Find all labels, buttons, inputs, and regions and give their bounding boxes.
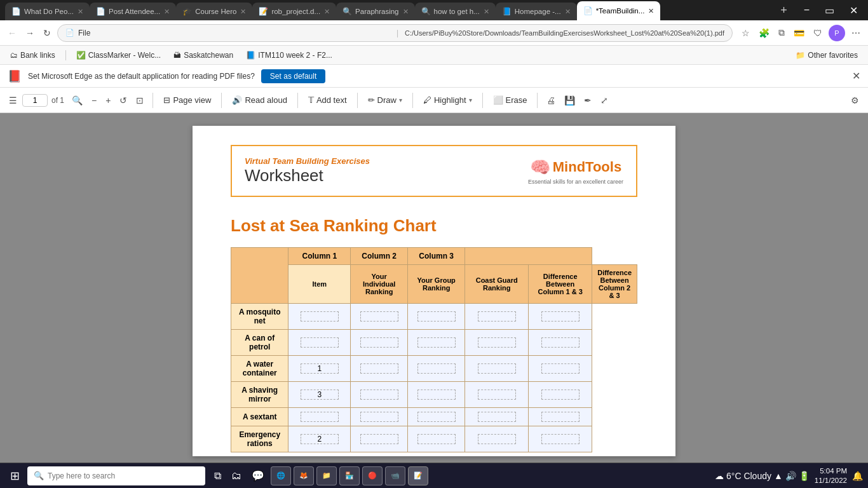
- erase-button[interactable]: ⬜ Erase: [488, 93, 532, 107]
- browser-tab-7[interactable]: 📘 Homepage -... ✕: [496, 3, 577, 20]
- browser-tab-1[interactable]: 📄 What Do Peo... ✕: [5, 3, 90, 20]
- page-number-input[interactable]: 1: [22, 94, 48, 107]
- diff2-cell[interactable]: [529, 356, 592, 382]
- taskbar-app-red[interactable]: 🔴: [362, 466, 383, 485]
- col2-input[interactable]: [360, 434, 398, 444]
- diff2-input[interactable]: [541, 311, 580, 322]
- tab-close-button[interactable]: ✕: [240, 8, 246, 16]
- taskbar-app-firefox[interactable]: 🦊: [294, 466, 314, 485]
- back-button[interactable]: ←: [5, 25, 19, 41]
- taskbar-clock[interactable]: 5:04 PM 11/1/2022: [815, 466, 847, 485]
- tab-close-button[interactable]: ✕: [648, 7, 654, 15]
- start-button[interactable]: ⊞: [5, 466, 25, 485]
- wallet-button[interactable]: 💳: [791, 25, 807, 41]
- diff1-input[interactable]: [478, 337, 516, 348]
- col2-input[interactable]: [360, 337, 398, 348]
- rotate-button[interactable]: ↺: [116, 93, 131, 108]
- taskbar-search-box[interactable]: 🔍: [27, 466, 205, 485]
- fit-button[interactable]: ⊡: [132, 93, 147, 108]
- col3-input[interactable]: [417, 434, 456, 444]
- set-as-default-button[interactable]: Set as default: [261, 69, 325, 83]
- read-aloud-button[interactable]: 🔊 Read aloud: [227, 93, 292, 107]
- taskbar-app-zoom[interactable]: 📹: [385, 466, 405, 485]
- col3-cell[interactable]: [408, 356, 465, 382]
- diff2-cell[interactable]: [529, 426, 592, 452]
- print-button[interactable]: 🖨: [543, 93, 559, 108]
- col1-cell[interactable]: [288, 356, 351, 382]
- tab-close-button[interactable]: ✕: [484, 8, 489, 16]
- new-tab-button[interactable]: +: [776, 4, 791, 17]
- col2-cell[interactable]: [351, 330, 408, 356]
- col1-input[interactable]: [301, 412, 339, 422]
- col2-input[interactable]: [360, 390, 398, 400]
- browser-tab-8[interactable]: 📄 *TeamBuildin... ✕: [577, 1, 661, 20]
- forward-button[interactable]: →: [23, 25, 37, 41]
- diff2-input[interactable]: [541, 434, 580, 444]
- diff2-cell[interactable]: [529, 408, 592, 426]
- col3-cell[interactable]: [408, 382, 465, 408]
- chat-button[interactable]: 💬: [248, 467, 268, 484]
- battery-icon[interactable]: 🔋: [799, 471, 810, 481]
- bookmark-other-favorites[interactable]: 📁 Other favorites: [790, 50, 863, 61]
- col1-cell[interactable]: [288, 426, 351, 452]
- col3-cell[interactable]: [408, 304, 465, 330]
- fullscreen-button[interactable]: ⤢: [597, 93, 612, 108]
- col3-input[interactable]: [417, 311, 456, 322]
- col3-cell[interactable]: [408, 330, 465, 356]
- notification-close-button[interactable]: ✕: [852, 70, 860, 82]
- extensions-button[interactable]: 🧩: [756, 25, 772, 41]
- col2-cell[interactable]: [351, 356, 408, 382]
- browser-tab-2[interactable]: 📄 Post Attendee... ✕: [90, 3, 176, 20]
- col1-input[interactable]: [301, 390, 339, 400]
- col2-cell[interactable]: [351, 426, 408, 452]
- minimize-button[interactable]: −: [799, 2, 815, 18]
- tab-close-button[interactable]: ✕: [78, 8, 83, 16]
- notification-center-icon[interactable]: 🔔: [852, 471, 863, 481]
- save-button[interactable]: 💾: [560, 93, 579, 108]
- bookmark-saskatchewan[interactable]: 🏔 Saskatchewan: [168, 50, 238, 61]
- col1-input[interactable]: [301, 337, 339, 348]
- highlight-button[interactable]: 🖊 Highlight ▾: [418, 93, 477, 107]
- tab-close-button[interactable]: ✕: [164, 8, 170, 16]
- url-box[interactable]: 📄 File | C:/Users/PiBuy%20Store/Download…: [57, 24, 733, 42]
- refresh-button[interactable]: ↻: [41, 25, 53, 41]
- widgets-button[interactable]: 🗂: [227, 468, 245, 484]
- col3-cell[interactable]: [408, 426, 465, 452]
- diff2-input[interactable]: [541, 363, 580, 374]
- ink-button[interactable]: ✒: [580, 93, 595, 108]
- taskbar-app-explorer[interactable]: 📁: [316, 466, 337, 485]
- col1-cell[interactable]: [288, 382, 351, 408]
- speaker-icon[interactable]: 🔊: [785, 471, 796, 481]
- zoom-in-button[interactable]: +: [102, 93, 114, 108]
- col2-cell[interactable]: [351, 382, 408, 408]
- draw-button[interactable]: ✏ Draw ▾: [363, 93, 407, 107]
- col1-input[interactable]: [301, 363, 339, 374]
- diff2-cell[interactable]: [529, 382, 592, 408]
- task-view-button[interactable]: ⧉: [210, 468, 225, 484]
- zoom-out-button[interactable]: −: [88, 93, 100, 108]
- browser-tab-6[interactable]: 🔍 how to get h... ✕: [415, 3, 496, 20]
- col2-input[interactable]: [360, 311, 398, 322]
- browser-tab-4[interactable]: 📝 rob_project.d... ✕: [252, 3, 336, 20]
- diff1-input[interactable]: [478, 390, 516, 400]
- bookmark-bank-links[interactable]: 🗂 Bank links: [5, 50, 60, 61]
- diff1-cell[interactable]: [465, 330, 529, 356]
- taskbar-app-edge[interactable]: 🌐: [271, 466, 291, 485]
- search-input[interactable]: [48, 471, 199, 480]
- restore-button[interactable]: ▭: [820, 2, 839, 19]
- browser-tab-3[interactable]: 🎓 Course Hero ✕: [176, 3, 252, 20]
- col2-input[interactable]: [360, 412, 398, 422]
- col3-input[interactable]: [417, 337, 456, 348]
- network-icon[interactable]: ☁: [715, 471, 724, 481]
- col2-cell[interactable]: [351, 304, 408, 330]
- browser-tab-5[interactable]: 🔍 Paraphrasing ✕: [336, 3, 414, 20]
- col3-input[interactable]: [417, 412, 456, 422]
- favorites-button[interactable]: ☆: [739, 25, 752, 41]
- shield-button[interactable]: 🛡: [811, 25, 825, 41]
- close-button[interactable]: ✕: [844, 2, 863, 19]
- diff1-cell[interactable]: [465, 408, 529, 426]
- diff1-input[interactable]: [478, 311, 516, 322]
- col2-input[interactable]: [360, 363, 398, 374]
- taskbar-app-store[interactable]: 🏪: [339, 466, 360, 485]
- profile-avatar[interactable]: P: [829, 25, 845, 41]
